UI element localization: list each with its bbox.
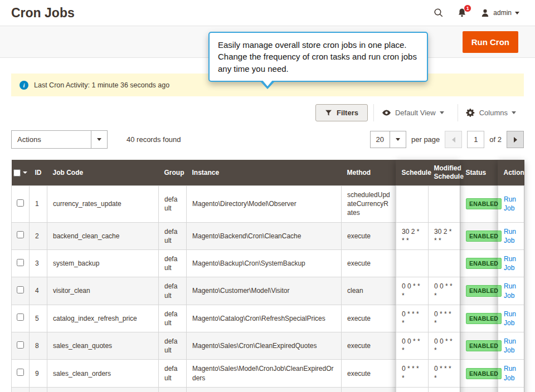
per-page-value: 20 [371,135,390,144]
cell-method: execute [342,360,396,387]
row-checkbox[interactable] [17,369,24,376]
cell-modified-schedule: 0 0 * * * [429,387,460,392]
chevron-down-icon [390,131,406,148]
table-row: 2backend_clean_cachedefaultMagento\Backe… [12,222,524,249]
gear-icon [466,108,475,117]
cell-group: default [159,186,187,223]
select-all-control[interactable] [12,160,30,186]
cell-modified-schedule: 0 * * * * [429,360,460,387]
column-header-group[interactable]: Group [159,160,187,186]
column-header-status[interactable]: Status [460,160,498,186]
actions-dropdown[interactable]: Actions [11,130,108,149]
chevron-right-icon [514,137,517,143]
status-badge: ENABLED [466,231,502,242]
column-header-modified-schedule[interactable]: Modified Schedule [429,160,460,186]
previous-page-button[interactable] [445,131,462,148]
header-actions: 1 admin [434,8,519,18]
per-page-dropdown[interactable]: 20 [370,131,406,148]
cell-job-code: aggregate_sales_report_order_data [47,387,159,392]
run-job-link[interactable]: Run Job [504,310,516,327]
status-badge: ENABLED [466,368,502,379]
search-icon[interactable] [434,8,444,18]
run-job-link[interactable]: Run Job [504,228,516,244]
cell-method: scheduledUpdateCurrencyRates [342,186,396,223]
cron-jobs-table: ID Job Code Group Instance Method Schedu… [11,160,524,392]
cell-instance: Magento\Sales\Model\CronJob\CleanExpired… [187,360,342,387]
columns-selector[interactable]: Columns [458,104,524,121]
cell-group: default [159,305,187,332]
actions-dropdown-value: Actions [12,135,47,144]
cell-status: ENABLED [460,222,498,249]
row-checkbox[interactable] [17,313,24,321]
cell-status: ENABLED [460,387,498,392]
column-header-instance[interactable]: Instance [187,160,342,186]
column-header-schedule[interactable]: Schedule [396,160,429,186]
row-checkbox[interactable] [17,231,24,238]
view-selector[interactable]: Default View [373,104,452,121]
user-menu[interactable]: admin [480,8,519,18]
run-job-link[interactable]: Run Job [504,365,516,381]
cell-schedule: 0 0 * * * [396,277,429,305]
cell-action: Run Job [498,387,524,392]
info-icon: i [20,81,28,90]
notifications-bell-icon[interactable]: 1 [457,8,467,18]
chevron-down-icon [512,111,516,114]
cell-id: 10 [30,387,47,392]
filters-button[interactable]: Filters [315,104,368,121]
cell-method: execute [342,332,396,360]
cell-method: execute [342,249,396,277]
table-row: 3system_backupdefaultMagento\Backup\Cron… [12,249,524,277]
column-header-method[interactable]: Method [342,160,396,186]
cell-schedule [396,186,429,223]
row-checkbox[interactable] [17,341,24,349]
chevron-down-icon [91,131,107,148]
records-found-text: 40 records found [127,135,181,144]
cell-instance: Magento\Backend\Cron\CleanCache [187,222,342,249]
cell-modified-schedule: 0 0 * * * [429,277,460,305]
table-header-row: ID Job Code Group Instance Method Schedu… [12,160,524,186]
cell-id: 9 [30,360,47,387]
cell-job-code: system_backup [47,249,159,277]
cell-modified-schedule [429,249,460,277]
column-header-job-code[interactable]: Job Code [47,160,159,186]
cell-group: default [159,387,187,392]
cell-method: clean [342,277,396,305]
row-checkbox[interactable] [17,259,24,266]
next-page-button[interactable] [507,131,524,148]
run-job-link[interactable]: Run Job [504,337,516,354]
row-checkbox[interactable] [17,199,24,207]
run-job-link[interactable]: Run Job [504,255,516,272]
column-header-id[interactable]: ID [30,160,47,186]
run-job-link[interactable]: Run Job [504,195,516,212]
user-icon [480,8,490,18]
notice-text: Last Cron Activity: 1 minute 36 seconds … [34,81,169,89]
cell-modified-schedule: 30 2 * * * [429,222,460,249]
column-header-action[interactable]: Action [498,160,524,186]
cell-instance: Magento\Sales\Model\CronJob\AggregateSal… [187,387,342,392]
funnel-icon [325,109,332,116]
cell-job-code: sales_clean_quotes [47,332,159,360]
cell-method: execute [342,222,396,249]
cell-id: 3 [30,249,47,277]
cell-action: Run Job [498,305,524,332]
cell-group: default [159,332,187,360]
run-cron-button[interactable]: Run Cron [463,31,518,53]
select-all-checkbox[interactable] [13,169,21,177]
cell-id: 1 [30,186,47,223]
cell-status: ENABLED [460,277,498,305]
page-number-input[interactable] [467,131,484,148]
table-row: 9sales_clean_ordersdefaultMagento\Sales\… [12,360,524,387]
cell-schedule: 0 0 * * * [396,387,429,392]
per-page-label: per page [411,135,440,144]
status-badge: ENABLED [466,198,502,209]
callout-tooltip: Easily manage overall store cron jobs in… [208,32,428,82]
cell-group: default [159,249,187,277]
row-checkbox[interactable] [17,286,24,293]
run-job-link[interactable]: Run Job [504,282,516,299]
status-badge: ENABLED [466,340,502,351]
cell-status: ENABLED [460,249,498,277]
table-row: 10aggregate_sales_report_order_datadefau… [12,387,524,392]
cell-checkbox [12,332,30,360]
cell-id: 5 [30,305,47,332]
table-row: 4visitor_cleandefaultMagento\Customer\Mo… [12,277,524,305]
